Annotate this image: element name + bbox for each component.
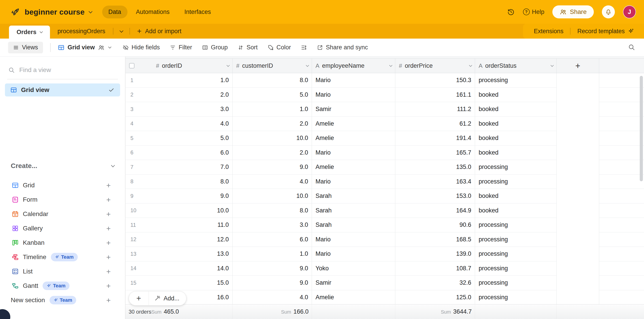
create-view-form[interactable]: Form (0, 192, 125, 207)
cell-orderid[interactable]: 11.0 (126, 73, 232, 88)
record-templates-button[interactable]: Record templates (577, 28, 634, 35)
cell-employeename[interactable]: Mario (312, 175, 395, 189)
cell-orderid[interactable]: 1414.0 (126, 261, 232, 276)
add-field-button[interactable] (556, 59, 599, 73)
toolbar-row-height-button[interactable] (296, 42, 312, 53)
add-view-plus-icon[interactable] (106, 225, 111, 232)
select-all-checkbox[interactable] (129, 63, 134, 68)
cell-orderprice[interactable]: 108.7 (395, 261, 475, 276)
cell-orderid[interactable]: 22.0 (126, 88, 232, 102)
cell-orderstatus[interactable]: processing (475, 276, 556, 290)
cell-orderprice[interactable]: 153.0 (395, 189, 475, 203)
cell-customerid[interactable]: 8.0 (232, 203, 312, 218)
create-section-header[interactable]: Create... (11, 162, 118, 170)
cell-orderid[interactable]: 1111.0 (126, 218, 232, 232)
cell-customerid[interactable]: 3.0 (232, 218, 312, 232)
grid-view-button[interactable]: Grid view (58, 44, 111, 51)
cell-orderstatus[interactable]: processing (475, 175, 556, 189)
column-header-orderstatus[interactable]: AorderStatus (475, 59, 556, 73)
cell-customerid[interactable]: 10.0 (232, 131, 312, 145)
cell-employeename[interactable]: Mario (312, 232, 395, 247)
sum-orderprice[interactable]: Sum 3644.7 (441, 308, 472, 315)
cell-orderstatus[interactable]: processing (475, 261, 556, 276)
extensions-button[interactable]: Extensions (534, 28, 563, 35)
cell-orderid[interactable]: 33.0 (126, 102, 232, 116)
cell-orderid[interactable]: 44.0 (126, 117, 232, 131)
cell-employeename[interactable]: Mario (312, 73, 395, 88)
create-view-gallery[interactable]: Gallery (0, 221, 125, 235)
cell-orderprice[interactable]: 139.0 (395, 247, 475, 261)
table-tab-processingorders[interactable]: processingOrders (50, 24, 113, 39)
cell-employeename[interactable]: Amelie (312, 290, 395, 305)
summary-orderstatus-cell[interactable] (475, 304, 556, 319)
table-list-chevron[interactable] (114, 31, 130, 32)
sum-customerid[interactable]: Sum 166.0 (281, 308, 308, 315)
create-view-gantt[interactable]: GanttTeam (0, 279, 125, 293)
create-view-calendar[interactable]: 31Calendar (0, 207, 125, 221)
add-view-plus-icon[interactable] (106, 196, 111, 203)
cell-customerid[interactable]: 2.0 (232, 146, 312, 160)
cell-employeename[interactable]: Mario (312, 247, 395, 261)
cell-orderprice[interactable]: 161.1 (395, 88, 475, 102)
add-view-plus-icon[interactable] (106, 282, 111, 290)
cell-orderprice[interactable]: 164.9 (395, 203, 475, 218)
cell-orderprice[interactable]: 191.4 (395, 131, 475, 145)
cell-customerid[interactable]: 10.0 (232, 189, 312, 203)
cell-customerid[interactable]: 9.0 (232, 276, 312, 290)
column-header-customerid[interactable]: #customerID (232, 59, 312, 73)
cell-orderid[interactable]: 1515.0 (126, 276, 232, 290)
cell-orderprice[interactable]: 32.6 (395, 276, 475, 290)
cell-orderid[interactable]: 1313.0 (126, 247, 232, 261)
add-view-plus-icon[interactable] (106, 253, 111, 261)
cell-orderstatus[interactable]: processing (475, 73, 556, 88)
views-button[interactable]: Views (8, 42, 43, 53)
cell-orderprice[interactable]: 90.6 (395, 218, 475, 232)
column-menu-chevron-icon[interactable] (306, 64, 309, 67)
cell-employeename[interactable]: Sarah (312, 189, 395, 203)
cell-orderstatus[interactable]: processing (475, 232, 556, 247)
share-button[interactable]: Share (552, 6, 594, 19)
cell-employeename[interactable]: Yoko (312, 261, 395, 276)
cell-orderid[interactable]: 88.0 (126, 175, 232, 189)
cell-orderid[interactable]: 77.0 (126, 160, 232, 174)
toolbar-sort-button[interactable]: Sort (232, 41, 262, 54)
cell-orderstatus[interactable]: booked (475, 88, 556, 102)
top-nav-data[interactable]: Data (102, 6, 128, 19)
help-button[interactable]: Help (523, 9, 544, 16)
create-view-timeline[interactable]: TimelineTeam (0, 250, 125, 264)
cell-orderstatus[interactable]: booked (475, 146, 556, 160)
cell-orderid[interactable]: 1010.0 (126, 203, 232, 218)
find-view-input[interactable] (19, 66, 117, 74)
toolbar-color-button[interactable]: Color (262, 41, 296, 54)
toolbar-group-button[interactable]: Group (197, 41, 232, 54)
cell-orderstatus[interactable]: booked (475, 189, 556, 203)
add-view-plus-icon[interactable] (106, 210, 111, 218)
top-nav-automations[interactable]: Automations (130, 6, 176, 19)
create-view-list[interactable]: List (0, 264, 125, 279)
summary-employeename-cell[interactable] (312, 304, 395, 319)
cell-customerid[interactable]: 5.0 (232, 88, 312, 102)
cell-orderid[interactable]: 55.0 (126, 131, 232, 145)
notifications-button[interactable] (602, 6, 615, 19)
column-menu-chevron-icon[interactable] (550, 64, 554, 67)
table-tab-orders[interactable]: Orders (9, 26, 50, 39)
create-view-grid[interactable]: Grid (0, 178, 125, 192)
add-record-button[interactable] (129, 291, 148, 305)
cell-orderprice[interactable]: 163.4 (395, 175, 475, 189)
base-menu-chevron-icon[interactable] (88, 10, 92, 13)
column-header-employeename[interactable]: AemployeeName (312, 59, 395, 73)
base-brand[interactable]: beginner course (10, 7, 92, 17)
cell-employeename[interactable]: Samir (312, 102, 395, 116)
cell-orderprice[interactable]: 61.2 (395, 117, 475, 131)
create-view-new-section[interactable]: New sectionTeam (0, 293, 125, 307)
cell-orderprice[interactable]: 135.0 (395, 160, 475, 174)
cell-orderprice[interactable]: 111.2 (395, 102, 475, 116)
cell-orderid[interactable]: 66.0 (126, 146, 232, 160)
cell-employeename[interactable]: Mario (312, 88, 395, 102)
cell-employeename[interactable]: Amelie (312, 117, 395, 131)
cell-customerid[interactable]: 1.0 (232, 102, 312, 116)
cell-customerid[interactable]: 1.0 (232, 247, 312, 261)
cell-employeename[interactable]: Amelie (312, 131, 395, 145)
cell-orderstatus[interactable]: processing (475, 247, 556, 261)
add-view-plus-icon[interactable] (106, 268, 111, 275)
